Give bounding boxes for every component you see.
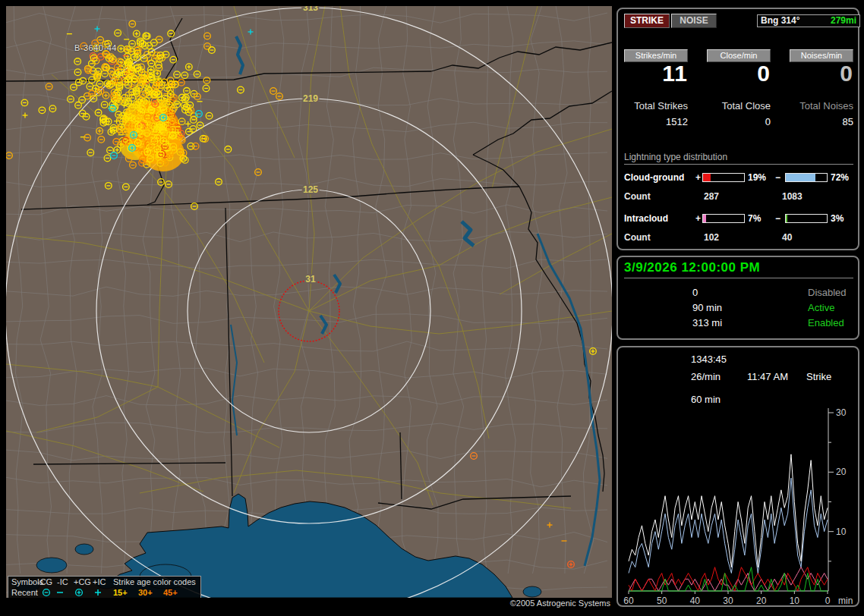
lightning-map: 12521931331 — [6, 6, 612, 598]
status-value: 313 mi — [692, 317, 722, 328]
distribution-title: Lightning type distribution — [624, 152, 727, 162]
strikes-column: Strikes/min 11 Total Strikes 1512 — [624, 9, 688, 138]
svg-text:20: 20 — [836, 467, 847, 477]
status-value: 90 min — [692, 302, 722, 313]
svg-text:20: 20 — [756, 596, 767, 606]
plus-sign: + — [695, 172, 701, 183]
cg-plus-percent: 19% — [748, 172, 766, 183]
svg-text:10: 10 — [790, 596, 800, 606]
legend-row-label: Recent — [11, 588, 38, 597]
age-code: 45+ — [163, 588, 178, 597]
peak-rate-value: 26/min — [691, 371, 721, 382]
svg-text:50: 50 — [657, 596, 667, 606]
strikes-per-min-value: 11 — [662, 61, 688, 86]
total-close-value: 0 — [765, 116, 771, 127]
cg-minus-count: 1083 — [782, 191, 803, 202]
svg-text:30: 30 — [836, 407, 847, 418]
minus-strike-icon — [55, 588, 65, 597]
intracloud-row: Intracloud + 7% − 3% — [618, 213, 861, 224]
legend-header-cg-neg: -CG — [37, 577, 52, 586]
minus-sign: − — [775, 172, 780, 183]
total-noises-label: Total Noises — [799, 100, 853, 112]
plus-sign: + — [695, 213, 701, 224]
noises-per-min-value: 0 — [840, 61, 853, 86]
close-per-min-value: 0 — [757, 61, 771, 86]
range-ring-label: 125 — [303, 184, 318, 195]
close-column: Close/min 0 Total Close 0 — [707, 9, 771, 138]
status-label: Squelch — [624, 287, 660, 298]
cplus-strike-icon — [74, 588, 84, 597]
total-close-label: Total Close — [722, 100, 771, 112]
cg-plus-count: 287 — [704, 191, 719, 202]
total-strikes-label: Total Strikes — [634, 100, 688, 112]
age-code: 30+ — [138, 588, 153, 597]
svg-text:30: 30 — [723, 596, 733, 606]
status-value: 0 — [692, 287, 698, 298]
copyright-text: ©2005 Astrogenic Systems — [6, 599, 610, 608]
intracloud-label: Intracloud — [624, 213, 668, 224]
cloud-ground-label: Cloud-ground — [624, 172, 684, 183]
cg-plus-bar — [702, 173, 745, 182]
map-legend: Symbols -CG -IC +CG +IC Strike age color… — [8, 576, 201, 598]
legend-header-ic-neg: -IC — [57, 577, 68, 586]
plot-value: Strike — [806, 371, 831, 382]
legend-header-cg-pos: +CG — [74, 577, 91, 586]
count-label: Count — [624, 232, 651, 243]
legend-header-ages: Strike age color codes — [113, 577, 196, 586]
minus-sign: − — [775, 213, 780, 224]
trend-graph-value: 60 min — [691, 394, 721, 405]
trend-panel: Uptime 1343:45 Peak time Plot Peak rate … — [616, 346, 859, 607]
ic-plus-count: 102 — [704, 232, 719, 243]
svg-text:40: 40 — [690, 596, 701, 606]
peak-time-value: 11:47 AM — [747, 371, 788, 382]
counters-panel: STRIKE NOISE Bng 314° 279mi Strikes/min … — [616, 8, 859, 250]
plus-strike-icon — [93, 588, 102, 597]
svg-text:0: 0 — [825, 596, 831, 606]
ic-plus-percent: 7% — [748, 213, 761, 224]
peak-time-label: Peak time — [747, 354, 791, 365]
legend-header-ic-pos: +IC — [93, 577, 106, 586]
cg-minus-bar — [785, 173, 828, 182]
total-strikes-value: 1512 — [666, 116, 688, 127]
status-panel: 3/9/2026 12:00:00 PM Squelch0UploadDisab… — [616, 256, 859, 340]
app-window: 12521931331 B-3640-44 Symbols -CG -IC +C… — [0, 0, 864, 616]
range-ring-label: 219 — [303, 93, 318, 104]
status-label: Upload — [747, 287, 778, 298]
svg-text:min: min — [838, 596, 853, 606]
cminus-strike-icon — [42, 588, 51, 597]
status-value: Disabled — [808, 287, 847, 298]
noises-column: Noises/min 0 Total Noises 85 — [790, 9, 853, 138]
age-code: 15+ — [113, 588, 128, 597]
peak-rate-label: Peak rate — [624, 371, 667, 382]
ic-minus-bar — [785, 214, 828, 223]
total-noises-value: 85 — [843, 116, 853, 127]
ic-plus-bar — [702, 214, 745, 223]
svg-text:10: 10 — [836, 526, 847, 537]
ic-minus-percent: 3% — [831, 213, 844, 224]
cg-minus-percent: 72% — [831, 172, 849, 183]
uptime-label: Uptime — [624, 354, 655, 365]
cloud-ground-row: Cloud-ground + 19% − 72% — [618, 172, 861, 183]
divider — [624, 164, 853, 165]
ic-minus-count: 40 — [782, 232, 792, 243]
svg-text:60: 60 — [623, 596, 634, 606]
range-ring-label: 313 — [303, 6, 318, 13]
status-label: Capture — [747, 302, 782, 313]
status-value: Enabled — [808, 317, 844, 328]
uptime-value: 1343:45 — [691, 354, 727, 365]
trend-graph: 1020306050403020100min — [618, 347, 861, 608]
trend-graph-label: Trend graph — [624, 394, 677, 405]
storm-cell-label: B-3640-44 — [74, 43, 117, 52]
status-label: Persistence — [624, 302, 676, 313]
datetime-display: 3/9/2026 12:00:00 PM — [624, 260, 760, 275]
count-label: Count — [624, 191, 651, 202]
divider — [624, 278, 853, 278]
status-label: Receiver — [747, 317, 786, 328]
map-canvas[interactable]: 12521931331 B-3640-44 Symbols -CG -IC +C… — [6, 6, 612, 598]
svg-text:31: 31 — [305, 274, 316, 284]
status-value: Active — [808, 302, 834, 313]
plot-label: Plot — [806, 354, 823, 365]
status-label: Range — [624, 317, 653, 328]
